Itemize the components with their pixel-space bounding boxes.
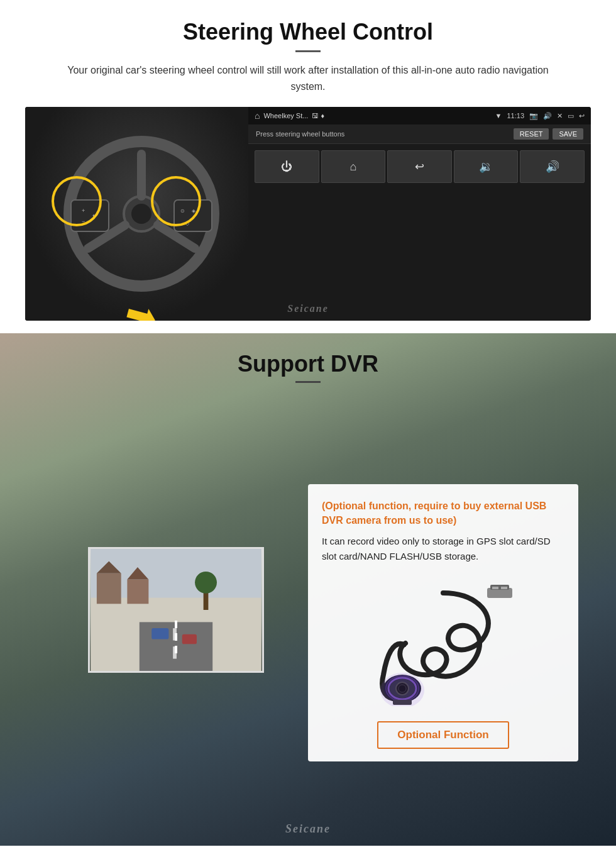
svg-rect-18 (127, 580, 148, 604)
svg-point-24 (195, 572, 217, 594)
statusbar-right: ▼ 11:13 📷 🔊 ✕ ▭ ↩ (495, 112, 585, 120)
camera-icon: 📷 (529, 112, 538, 120)
reset-button[interactable]: RESET (514, 128, 549, 140)
dvr-camera-image (322, 574, 564, 712)
vol-up-icon: 🔊 (546, 160, 559, 174)
toolbar-prompt: Press steering wheel buttons (256, 130, 344, 138)
dvr-camera-svg (349, 580, 537, 706)
swc-image-container: + − ↩ ⊙ ◈ ◇ (25, 107, 591, 321)
dvr-title: Support DVR (0, 351, 616, 377)
android-statusbar: ⌂ Wheelkey St... 🖫 ♦ ▼ 11:13 📷 🔊 ✕ ▭ ↩ (248, 107, 591, 124)
back-icon: ↩ (579, 112, 585, 120)
dvr-road-svg (90, 549, 262, 671)
optional-function-button[interactable]: Optional Function (377, 721, 509, 749)
wheelkey-toolbar: Press steering wheel buttons RESET SAVE (248, 124, 591, 144)
statusbar-time: 11:13 (507, 112, 524, 119)
swc-description: Your original car's steering wheel contr… (63, 62, 553, 94)
vol-down-icon: 🔉 (479, 160, 493, 174)
svg-rect-22 (173, 646, 177, 658)
title-divider (295, 50, 321, 52)
dvr-description: It can record video only to storage in G… (322, 534, 564, 564)
volume-icon: 🔊 (543, 112, 552, 120)
dvr-info-card: (Optional function, require to buy exter… (308, 484, 578, 761)
grid-btn-home[interactable]: ⌂ (321, 150, 386, 183)
dvr-optional-title: (Optional function, require to buy exter… (322, 499, 564, 528)
yellow-circle-left (52, 176, 102, 226)
home-btn-icon: ⌂ (349, 160, 356, 174)
grid-btn-vol-up[interactable]: 🔊 (520, 150, 585, 183)
svg-rect-38 (501, 587, 507, 589)
close-icon: ✕ (557, 112, 563, 120)
android-ui-panel: ⌂ Wheelkey St... 🖫 ♦ ▼ 11:13 📷 🔊 ✕ ▭ ↩ P… (248, 107, 591, 321)
svg-rect-25 (151, 628, 168, 639)
wifi-icon: ▼ (495, 112, 502, 119)
dvr-title-area: Support DVR (0, 333, 616, 389)
svg-point-13 (131, 204, 151, 224)
dvr-title-divider (295, 381, 321, 383)
svg-rect-16 (97, 573, 121, 604)
optional-function-container: Optional Function (322, 721, 564, 749)
power-icon: ⏻ (281, 160, 292, 174)
steering-wheel-bg: + − ↩ ⊙ ◈ ◇ (25, 107, 258, 321)
grid-btn-back[interactable]: ↩ (387, 150, 452, 183)
dvr-preview-thumbnail (88, 547, 264, 673)
svg-rect-26 (182, 634, 197, 645)
home-icon: ⌂ (255, 111, 260, 121)
svg-point-39 (380, 673, 424, 706)
grid-btn-power[interactable]: ⏻ (255, 150, 319, 183)
yellow-circle-right (151, 176, 201, 226)
button-grid: ⏻ ⌂ ↩ 🔉 🔊 (248, 144, 591, 189)
screen-icon: ▭ (568, 112, 574, 120)
swc-title: Steering Wheel Control (25, 19, 591, 45)
save-button[interactable]: SAVE (553, 128, 583, 140)
seicane-watermark-2: Seicane (285, 822, 331, 836)
seicane-watermark-1: Seicane (287, 303, 329, 314)
svg-rect-20 (140, 622, 212, 672)
dvr-section: Support DVR (0, 333, 616, 846)
back-btn-icon: ↩ (415, 160, 424, 174)
statusbar-icons: 🖫 ♦ (312, 112, 324, 119)
statusbar-left: ⌂ Wheelkey St... 🖫 ♦ (255, 111, 324, 121)
dvr-preview-inner (90, 549, 262, 671)
grid-btn-vol-down[interactable]: 🔉 (454, 150, 519, 183)
steering-wheel-section: Steering Wheel Control Your original car… (0, 0, 616, 333)
statusbar-title: Wheelkey St... (263, 112, 308, 119)
steering-wheel-visual: + − ↩ ⊙ ◈ ◇ (25, 107, 258, 321)
toolbar-buttons: RESET SAVE (514, 128, 583, 140)
svg-rect-37 (492, 587, 498, 589)
svg-rect-21 (173, 628, 177, 640)
